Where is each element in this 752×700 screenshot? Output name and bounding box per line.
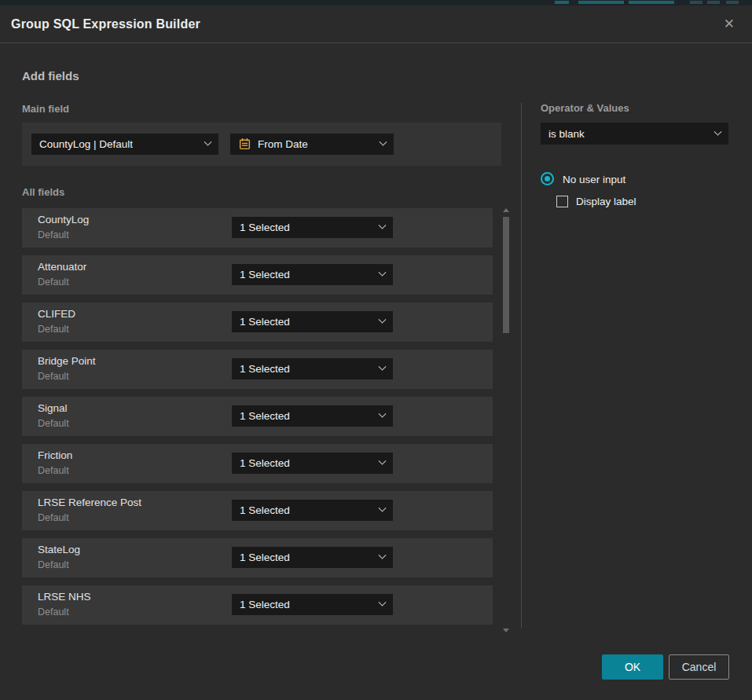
field-row-lrse-reference-post: LRSE Reference Post Default 1 Selected (22, 491, 493, 530)
sql-expression-builder-dialog: Group SQL Expression Builder ✕ Add field… (0, 5, 752, 700)
selection-value: 1 Selected (240, 599, 290, 610)
field-name: Attenuator (38, 261, 86, 273)
main-field-layer-dropdown[interactable]: CountyLog | Default (31, 134, 218, 155)
field-row-clifed: CLIFED Default 1 Selected (22, 302, 493, 342)
chevron-down-icon (379, 410, 387, 418)
close-icon[interactable]: ✕ (717, 14, 741, 34)
chevron-down-icon (379, 269, 387, 277)
field-selection-dropdown[interactable]: 1 Selected (232, 264, 393, 285)
field-selection-dropdown[interactable]: 1 Selected (232, 547, 393, 568)
field-selection-dropdown[interactable]: 1 Selected (232, 358, 393, 379)
dialog-title: Group SQL Expression Builder (11, 17, 200, 31)
field-row-statelog: StateLog Default 1 Selected (22, 538, 493, 577)
operator-value: is blank (548, 128, 585, 140)
display-label-checkbox[interactable] (556, 196, 568, 207)
field-row-lrse-nhs: LRSE NHS Default 1 Selected (22, 585, 493, 625)
field-row-friction: Friction Default 1 Selected (22, 444, 493, 483)
field-selection-dropdown[interactable]: 1 Selected (232, 594, 393, 615)
main-field-container: CountyLog | Default From Date (22, 123, 501, 166)
chevron-down-icon (379, 552, 387, 559)
background-toolbar-fragment (726, 1, 739, 4)
all-fields-label: All fields (22, 186, 64, 198)
field-name: StateLog (38, 544, 80, 555)
field-selection-dropdown[interactable]: 1 Selected (232, 311, 393, 332)
field-subtitle: Default (38, 229, 69, 240)
field-name: LRSE Reference Post (38, 497, 141, 508)
chevron-down-icon (379, 363, 387, 371)
selection-value: 1 Selected (240, 457, 290, 469)
field-row-signal: Signal Default 1 Selected (22, 397, 493, 436)
selection-value: 1 Selected (240, 363, 290, 375)
chevron-down-icon (380, 138, 387, 146)
background-toolbar-fragment (690, 1, 702, 4)
chevron-down-icon (379, 457, 387, 465)
field-subtitle: Default (38, 324, 69, 335)
no-user-input-radio[interactable] (541, 172, 554, 185)
field-subtitle: Default (38, 465, 69, 476)
field-subtitle: Default (38, 418, 69, 429)
cancel-button[interactable]: Cancel (669, 654, 729, 680)
screen: Group SQL Expression Builder ✕ Add field… (0, 0, 752, 700)
selection-value: 1 Selected (240, 410, 290, 422)
field-subtitle: Default (38, 559, 69, 570)
field-subtitle: Default (38, 607, 69, 618)
field-name: Signal (38, 402, 68, 414)
selection-value: 1 Selected (240, 316, 290, 328)
field-name: LRSE NHS (38, 591, 91, 603)
chevron-down-icon (379, 504, 387, 512)
display-label-label[interactable]: Display label (576, 196, 636, 207)
scrollbar-thumb[interactable] (503, 217, 509, 333)
field-selection-dropdown[interactable]: 1 Selected (232, 453, 393, 474)
operator-values-label: Operator & Values (541, 102, 629, 114)
main-field-layer-value: CountyLog | Default (39, 138, 133, 150)
calendar-date-icon (238, 137, 251, 151)
main-field-field-value: From Date (258, 138, 308, 150)
background-toolbar-fragment (555, 1, 569, 4)
field-selection-dropdown[interactable]: 1 Selected (232, 500, 393, 521)
chevron-down-icon (204, 138, 212, 146)
panel-divider (521, 103, 522, 629)
field-row-bridge-point: Bridge Point Default 1 Selected (22, 350, 493, 389)
selection-value: 1 Selected (240, 552, 290, 563)
field-name: CountyLog (38, 214, 89, 225)
ok-button[interactable]: OK (602, 654, 663, 680)
selection-value: 1 Selected (240, 269, 290, 280)
dialog-header: Group SQL Expression Builder ✕ (0, 5, 752, 43)
chevron-down-icon (379, 316, 387, 324)
background-toolbar-fragment (707, 1, 720, 4)
chevron-down-icon (379, 599, 387, 607)
background-toolbar-fragment (629, 1, 674, 4)
add-fields-heading: Add fields (22, 69, 79, 82)
background-toolbar-fragment (578, 1, 624, 4)
field-subtitle: Default (38, 277, 69, 288)
selection-value: 1 Selected (240, 504, 290, 516)
scroll-up-icon[interactable] (503, 208, 509, 212)
chevron-down-icon (379, 222, 387, 229)
main-field-field-dropdown[interactable]: From Date (230, 134, 394, 155)
operator-dropdown[interactable]: is blank (541, 123, 728, 145)
field-name: CLIFED (38, 308, 75, 320)
scroll-down-icon[interactable] (503, 629, 509, 632)
no-user-input-label[interactable]: No user input (563, 174, 625, 185)
field-row-countylog: CountyLog Default 1 Selected (22, 208, 493, 247)
list-scrollbar[interactable] (501, 207, 512, 632)
field-selection-dropdown[interactable]: 1 Selected (232, 217, 393, 238)
field-subtitle: Default (38, 371, 69, 382)
field-name: Bridge Point (38, 355, 96, 367)
main-field-label: Main field (22, 103, 69, 115)
field-selection-dropdown[interactable]: 1 Selected (232, 405, 393, 427)
field-row-attenuator: Attenuator Default 1 Selected (22, 255, 493, 295)
field-name: Friction (38, 449, 72, 461)
field-subtitle: Default (38, 512, 69, 523)
selection-value: 1 Selected (240, 222, 290, 233)
background-app-strip (0, 0, 752, 5)
chevron-down-icon (714, 127, 722, 135)
